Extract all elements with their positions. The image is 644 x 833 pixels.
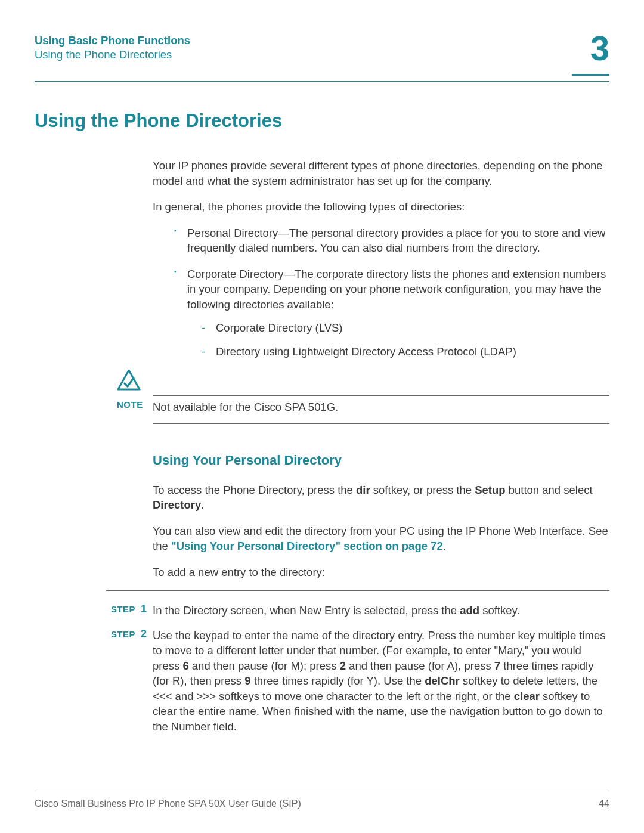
step-number: 2 xyxy=(141,628,147,640)
main-heading: Using the Phone Directories xyxy=(35,110,609,132)
sub-bullet-lvs: Corporate Directory (LVS) xyxy=(202,320,609,336)
footer-title: Cisco Small Business Pro IP Phone SPA 50… xyxy=(35,798,301,809)
bullet-personal: Personal Directory—The personal director… xyxy=(174,225,609,256)
chapter-number: 3 xyxy=(590,31,609,66)
chapter-title: Using Basic Phone Functions xyxy=(35,33,190,48)
note-block: NOTE Not available for the Cisco SPA 501… xyxy=(35,370,609,424)
subsection-p2: You can also view and edit the directory… xyxy=(153,524,609,554)
step-label: STEP xyxy=(111,629,135,639)
section-title: Using the Phone Directories xyxy=(35,48,190,62)
header-divider xyxy=(35,81,609,82)
step-1-text: In the Directory screen, when New Entry … xyxy=(153,603,609,618)
steps-divider xyxy=(106,590,609,591)
cross-reference-link[interactable]: "Using Your Personal Directory" section … xyxy=(171,540,443,552)
page-header: Using Basic Phone Functions Using the Ph… xyxy=(35,33,609,75)
note-icon xyxy=(117,370,141,391)
page-footer: Cisco Small Business Pro IP Phone SPA 50… xyxy=(35,791,609,809)
footer-divider xyxy=(35,791,609,791)
subsection-p1: To access the Phone Directory, press the… xyxy=(153,482,609,513)
note-divider-top xyxy=(153,395,609,396)
step-2: STEP 2 Use the keypad to enter the name … xyxy=(106,628,609,735)
page-number: 44 xyxy=(599,798,609,809)
sub-bullet-ldap: Directory using Lightweight Directory Ac… xyxy=(202,344,609,360)
directory-type-list: Personal Directory—The personal director… xyxy=(174,225,609,360)
note-divider-bottom xyxy=(153,423,609,424)
note-label: NOTE xyxy=(117,400,143,410)
step-label: STEP xyxy=(111,604,135,614)
chapter-accent xyxy=(572,74,609,76)
intro-paragraph-2: In general, the phones provide the follo… xyxy=(153,199,609,215)
step-2-text: Use the keypad to enter the name of the … xyxy=(153,628,609,735)
intro-paragraph-1: Your IP phones provide several different… xyxy=(153,158,609,188)
corporate-sublist: Corporate Directory (LVS) Directory usin… xyxy=(202,320,609,359)
bullet-corporate-text: Corporate Directory—The corporate direct… xyxy=(187,268,606,311)
step-1: STEP 1 In the Directory screen, when New… xyxy=(106,603,609,618)
bullet-corporate: Corporate Directory—The corporate direct… xyxy=(174,267,609,360)
document-page: Using Basic Phone Functions Using the Ph… xyxy=(0,0,644,833)
subsection-p3: To add a new entry to the directory: xyxy=(153,565,609,580)
note-text: Not available for the Cisco SPA 501G. xyxy=(153,400,609,415)
subsection-heading: Using Your Personal Directory xyxy=(153,453,609,468)
step-number: 1 xyxy=(141,603,147,615)
